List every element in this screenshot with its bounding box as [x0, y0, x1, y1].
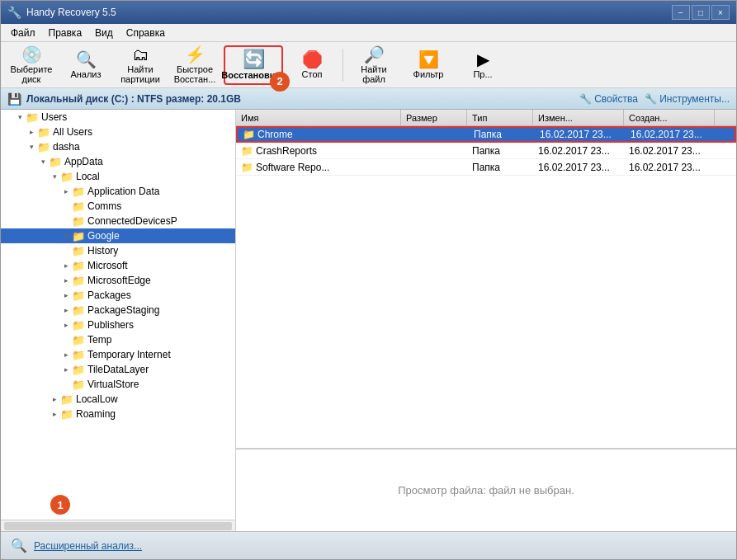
preview-panel: Просмотр файла: файл не выбран.	[236, 449, 736, 531]
find-partition-label: Найти партиции	[117, 64, 163, 84]
advanced-analysis-link[interactable]: Расширенный анализ...	[34, 540, 142, 552]
file-row-softwarerepo[interactable]: 📁Software Repo...Папка16.02.2017 23...16…	[236, 159, 736, 176]
tree-toggle-microsoftedge[interactable]: ▸	[60, 275, 72, 286]
folder-icon-all-users: 📁	[37, 126, 50, 139]
tree-toggle-roaming[interactable]: ▸	[49, 408, 60, 420]
file-icon-crashreports: 📁	[241, 145, 253, 157]
tree-label-all-users: All Users	[53, 126, 92, 138]
tree-item-publishers[interactable]: ▸📁Publishers	[1, 318, 235, 332]
tree-item-tiledatalayer[interactable]: ▸📁TileDataLayer	[1, 362, 235, 377]
tree-item-users[interactable]: ▾📁Users	[1, 110, 235, 125]
filter-button[interactable]: 🔽 Фильтр	[403, 45, 454, 85]
file-icon-chrome: 📁	[243, 129, 255, 140]
tree-toggle-connecteddevices[interactable]	[60, 215, 72, 227]
menu-edit[interactable]: Правка	[42, 26, 89, 40]
tree-item-temp[interactable]: 📁Temp	[1, 332, 235, 347]
tree-toggle-google[interactable]: ▾	[60, 230, 72, 242]
tree-item-all-users[interactable]: ▸📁All Users	[1, 125, 235, 139]
close-button[interactable]: ×	[711, 5, 730, 20]
tree-item-tempinternet[interactable]: ▸📁Temporary Internet	[1, 347, 235, 362]
tree-item-microsoft[interactable]: ▸📁Microsoft	[1, 258, 235, 273]
restore-button[interactable]: 🔄 Восстановить 2	[224, 45, 283, 85]
analyze-button[interactable]: 🔍 Анализ	[60, 45, 111, 85]
tree-item-comms[interactable]: 📁Comms	[1, 199, 235, 214]
tree-item-appdata2[interactable]: ▸📁Application Data	[1, 184, 235, 199]
tree-toggle-tiledatalayer[interactable]: ▸	[60, 364, 72, 375]
file-row-chrome[interactable]: 📁ChromeПапка16.02.2017 23...16.02.2017 2…	[236, 126, 736, 143]
tree-toggle-packages[interactable]: ▸	[60, 289, 72, 301]
col-header-name[interactable]: Имя	[236, 110, 401, 125]
file-cell-size-softwarerepo	[401, 167, 467, 168]
col-header-modified[interactable]: Измен...	[533, 110, 624, 125]
menu-help[interactable]: Справка	[120, 26, 172, 40]
find-file-button[interactable]: 🔎 Найти файл	[348, 45, 399, 85]
file-icon-softwarerepo: 📁	[241, 162, 253, 173]
bottom-bar: 🔍 Расширенный анализ...	[1, 531, 736, 559]
tree-item-history[interactable]: 📁History	[1, 243, 235, 258]
tree-label-microsoft: Microsoft	[87, 260, 128, 271]
tree-toggle-local[interactable]: ▾	[49, 171, 60, 182]
folder-icon-local: 📁	[60, 171, 73, 183]
file-row-crashreports[interactable]: 📁CrashReportsПапка16.02.2017 23...16.02.…	[236, 143, 736, 159]
stop-button[interactable]: 🛑 Стоп	[286, 45, 338, 85]
tree-toggle-locallow[interactable]: ▸	[49, 393, 60, 405]
tree-content[interactable]: ▾📁Users▸📁All Users▾📁dasha▾📁AppData▾📁Loca…	[1, 110, 235, 520]
tree-toggle-microsoft[interactable]: ▸	[60, 260, 72, 271]
tree-item-connecteddevices[interactable]: 📁ConnectedDevicesP	[1, 214, 235, 228]
menu-view[interactable]: Вид	[88, 26, 120, 40]
tree-item-appdata[interactable]: ▾📁AppData	[1, 154, 235, 169]
tree-toggle-comms[interactable]	[60, 200, 72, 212]
find-partition-button[interactable]: 🗂 Найти партиции	[115, 45, 166, 85]
disk-icon: 💾	[7, 92, 21, 106]
tree-item-google[interactable]: ▾📁Google	[1, 228, 235, 243]
folder-icon-packages: 📁	[72, 289, 85, 302]
tree-toggle-history[interactable]	[60, 245, 72, 256]
folder-icon-locallow: 📁	[60, 393, 73, 406]
maximize-button[interactable]: □	[692, 5, 710, 20]
tree-item-dasha[interactable]: ▾📁dasha	[1, 139, 235, 154]
col-header-type[interactable]: Тип	[467, 110, 533, 125]
tree-label-roaming: Roaming	[76, 408, 116, 420]
tree-toggle-publishers[interactable]: ▸	[60, 319, 72, 331]
folder-icon-microsoftedge: 📁	[72, 275, 85, 287]
tree-item-packagestaging[interactable]: ▸📁PackageStaging	[1, 303, 235, 318]
tree-item-roaming[interactable]: ▸📁Roaming	[1, 407, 235, 421]
tree-toggle-appdata[interactable]: ▾	[37, 156, 49, 167]
tree-toggle-dasha[interactable]: ▾	[26, 141, 37, 153]
tree-toggle-appdata2[interactable]: ▸	[60, 186, 72, 197]
choose-disk-button[interactable]: 💿 Выберите диск	[6, 45, 57, 85]
tree-toggle-virtualstore[interactable]	[60, 379, 72, 390]
file-cell-type-chrome: Папка	[469, 128, 535, 141]
properties-link[interactable]: 🔧 Свойства	[579, 93, 638, 105]
col-header-created[interactable]: Создан...	[624, 110, 715, 125]
tree-toggle-users[interactable]: ▾	[14, 111, 26, 123]
tree-item-local[interactable]: ▾📁Local	[1, 169, 235, 184]
tree-label-appdata2: Application Data	[87, 186, 159, 197]
quick-restore-button[interactable]: ⚡ Быстрое Восстан...	[169, 45, 220, 85]
tree-item-packages[interactable]: ▸📁Packages	[1, 288, 235, 303]
tree-hscrollbar[interactable]	[1, 520, 235, 531]
tree-item-locallow[interactable]: ▸📁LocalLow	[1, 392, 235, 407]
tree-toggle-all-users[interactable]: ▸	[26, 126, 37, 138]
minimize-button[interactable]: −	[672, 5, 690, 20]
folder-icon-dasha: 📁	[37, 141, 50, 153]
quick-restore-icon: ⚡	[185, 46, 206, 63]
file-name-softwarerepo: Software Repo...	[256, 162, 329, 173]
tree-item-virtualstore[interactable]: 📁VirtualStore	[1, 377, 235, 392]
folder-icon-history: 📁	[72, 245, 85, 257]
folder-icon-publishers: 📁	[72, 319, 85, 332]
choose-disk-label: Выберите диск	[8, 64, 54, 84]
tree-item-microsoftedge[interactable]: ▸📁MicrosoftEdge	[1, 273, 235, 288]
tools-link[interactable]: 🔧 Инструменты...	[645, 93, 730, 105]
col-header-size[interactable]: Размер	[401, 110, 467, 125]
tree-toggle-packagestaging[interactable]: ▸	[60, 304, 72, 316]
menu-file[interactable]: Файл	[4, 26, 42, 40]
tree-toggle-tempinternet[interactable]: ▸	[60, 349, 72, 360]
file-cell-type-crashreports: Папка	[467, 144, 533, 158]
file-cell-type-softwarerepo: Папка	[467, 161, 533, 174]
address-text: Локальный диск (C:) : NTFS размер: 20.1G…	[26, 93, 241, 105]
more-button[interactable]: ▶ Пр...	[457, 45, 508, 85]
file-cell-modified-softwarerepo: 16.02.2017 23...	[533, 161, 624, 174]
find-file-label: Найти файл	[351, 64, 397, 84]
tree-toggle-temp[interactable]	[60, 334, 72, 346]
